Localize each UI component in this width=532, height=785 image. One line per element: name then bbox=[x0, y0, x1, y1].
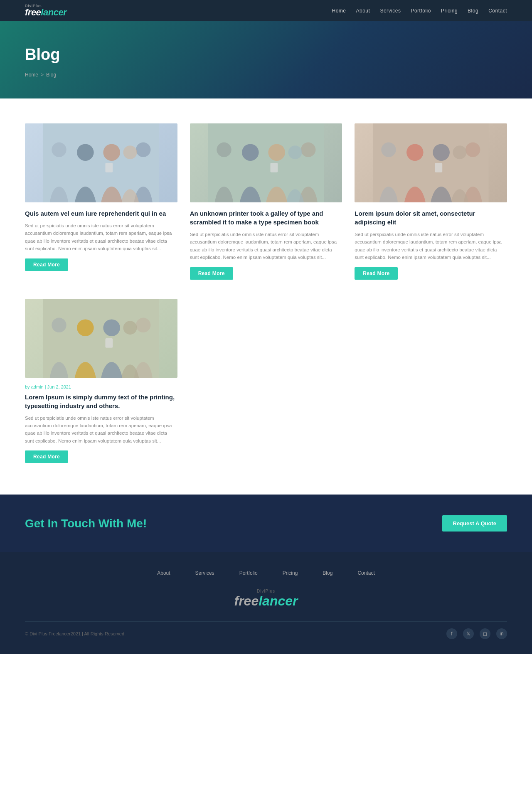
svg-point-28 bbox=[466, 143, 480, 157]
svg-point-8 bbox=[77, 144, 94, 161]
blog-excerpt-1: Sed ut perspiciatis unde omnis iste natu… bbox=[25, 222, 177, 253]
svg-point-22 bbox=[268, 144, 285, 161]
blog-grid-empty-1 bbox=[190, 299, 342, 470]
nav-item-pricing[interactable]: Pricing bbox=[441, 8, 458, 14]
blog-excerpt-4: Sed ut perspiciatis unde omnis iste natu… bbox=[25, 414, 177, 445]
svg-point-2 bbox=[52, 143, 66, 157]
nav-item-home[interactable]: Home bbox=[332, 8, 346, 14]
nav-item-contact[interactable]: Contact bbox=[488, 8, 507, 14]
blog-title-2: An unknown printer took a galley of type… bbox=[190, 209, 342, 226]
breadcrumb-separator: > bbox=[41, 72, 44, 78]
nav-item-about[interactable]: About bbox=[356, 8, 370, 14]
linkedin-icon[interactable]: in bbox=[496, 628, 507, 639]
svg-point-38 bbox=[52, 317, 66, 332]
cta-title: Get In Touch With Me! bbox=[25, 517, 147, 530]
blog-card-image-3 bbox=[355, 123, 507, 202]
footer-logo: DiviPlus freelancer bbox=[25, 589, 507, 609]
cta-section: Get In Touch With Me! Request A Quote bbox=[0, 495, 532, 552]
read-more-button-4[interactable]: Read More bbox=[25, 450, 68, 463]
blog-grid-row1: Quis autem vel eum iure reprehenderit qu… bbox=[25, 123, 507, 286]
svg-point-10 bbox=[103, 144, 120, 161]
svg-point-4 bbox=[136, 143, 150, 157]
blog-card-image-1 bbox=[25, 123, 177, 202]
svg-point-30 bbox=[453, 145, 467, 159]
blog-title-3: Lorem ipsum dolor sit amet, consectetur … bbox=[355, 209, 507, 226]
footer-nav: AboutServicesPortfolioPricingBlogContact bbox=[25, 569, 507, 576]
svg-rect-35 bbox=[435, 163, 443, 172]
svg-point-40 bbox=[136, 317, 150, 332]
twitter-icon[interactable]: 𝕏 bbox=[463, 628, 474, 639]
blog-card-3: Lorem ipsum dolor sit amet, consectetur … bbox=[355, 123, 507, 286]
footer-bottom: © Divi Plus Freelancer2021 | All Rights … bbox=[25, 621, 507, 646]
breadcrumb-current: Blog bbox=[46, 72, 56, 78]
read-more-button-1[interactable]: Read More bbox=[25, 258, 68, 271]
svg-point-14 bbox=[217, 143, 231, 157]
nav-item-services[interactable]: Services bbox=[380, 8, 401, 14]
svg-point-46 bbox=[103, 319, 120, 336]
svg-rect-47 bbox=[105, 338, 113, 348]
copyright: © Divi Plus Freelancer2021 | All Rights … bbox=[25, 631, 126, 636]
navbar: DiviPlus freelancer HomeAboutServicesPor… bbox=[0, 0, 532, 21]
footer-nav-about[interactable]: About bbox=[157, 570, 170, 576]
svg-point-34 bbox=[433, 144, 450, 161]
blog-card-image-2 bbox=[190, 123, 342, 202]
svg-rect-23 bbox=[270, 163, 278, 172]
blog-card-1: Quis autem vel eum iure reprehenderit qu… bbox=[25, 123, 177, 286]
read-more-button-3[interactable]: Read More bbox=[355, 267, 398, 280]
facebook-icon[interactable]: f bbox=[446, 628, 457, 639]
nav-menu: HomeAboutServicesPortfolioPricingBlogCon… bbox=[332, 7, 507, 14]
svg-point-16 bbox=[301, 143, 315, 157]
blog-card-2: An unknown printer took a galley of type… bbox=[190, 123, 342, 286]
blog-title-1: Quis autem vel eum iure reprehenderit qu… bbox=[25, 209, 177, 218]
breadcrumb: Home > Blog bbox=[25, 72, 507, 78]
blog-excerpt-3: Sed ut perspiciatis unde omnis iste natu… bbox=[355, 231, 507, 261]
footer-logo-freelancer: freelancer bbox=[234, 593, 298, 608]
svg-rect-11 bbox=[105, 163, 113, 172]
instagram-icon[interactable]: ◻ bbox=[480, 628, 490, 639]
logo[interactable]: DiviPlus freelancer bbox=[25, 4, 66, 17]
page-title: Blog bbox=[25, 46, 507, 64]
svg-point-18 bbox=[288, 145, 302, 159]
blog-card-image-4 bbox=[25, 299, 177, 378]
blog-meta-4: by admin | Jun 2, 2021 bbox=[25, 384, 177, 389]
blog-excerpt-2: Sed ut perspiciatis unde omnis iste natu… bbox=[190, 231, 342, 261]
footer-logo-diviplus: DiviPlus bbox=[25, 589, 507, 593]
cta-title-teal: With Me! bbox=[99, 517, 147, 530]
svg-point-32 bbox=[406, 144, 424, 161]
footer-nav-pricing[interactable]: Pricing bbox=[283, 570, 298, 576]
nav-item-portfolio[interactable]: Portfolio bbox=[411, 8, 431, 14]
social-links: f𝕏◻in bbox=[446, 628, 507, 639]
blog-card-4: by admin | Jun 2, 2021 Lorem Ipsum is si… bbox=[25, 299, 177, 470]
footer-nav-blog[interactable]: Blog bbox=[323, 570, 332, 576]
svg-point-20 bbox=[242, 144, 259, 161]
hero-banner: Blog Home > Blog bbox=[0, 21, 532, 98]
footer-nav-portfolio[interactable]: Portfolio bbox=[239, 570, 258, 576]
blog-section: Quis autem vel eum iure reprehenderit qu… bbox=[0, 98, 532, 495]
footer-nav-services[interactable]: Services bbox=[195, 570, 214, 576]
breadcrumb-home[interactable]: Home bbox=[25, 72, 38, 78]
svg-point-42 bbox=[123, 321, 137, 335]
footer-nav-contact[interactable]: Contact bbox=[357, 570, 374, 576]
read-more-button-2[interactable]: Read More bbox=[190, 267, 233, 280]
request-quote-button[interactable]: Request A Quote bbox=[442, 515, 507, 532]
cta-title-white: Get In Touch bbox=[25, 517, 99, 530]
blog-title-4: Lorem Ipsum is simply dummy text of the … bbox=[25, 393, 177, 410]
svg-point-44 bbox=[77, 319, 94, 336]
svg-point-26 bbox=[382, 143, 396, 157]
blog-grid-row2: by admin | Jun 2, 2021 Lorem Ipsum is si… bbox=[25, 299, 507, 470]
svg-point-6 bbox=[123, 145, 137, 159]
logo-freelancer: freelancer bbox=[25, 8, 66, 17]
footer: AboutServicesPortfolioPricingBlogContact… bbox=[0, 552, 532, 654]
nav-item-blog[interactable]: Blog bbox=[468, 8, 478, 14]
blog-grid-empty-2 bbox=[355, 299, 507, 470]
